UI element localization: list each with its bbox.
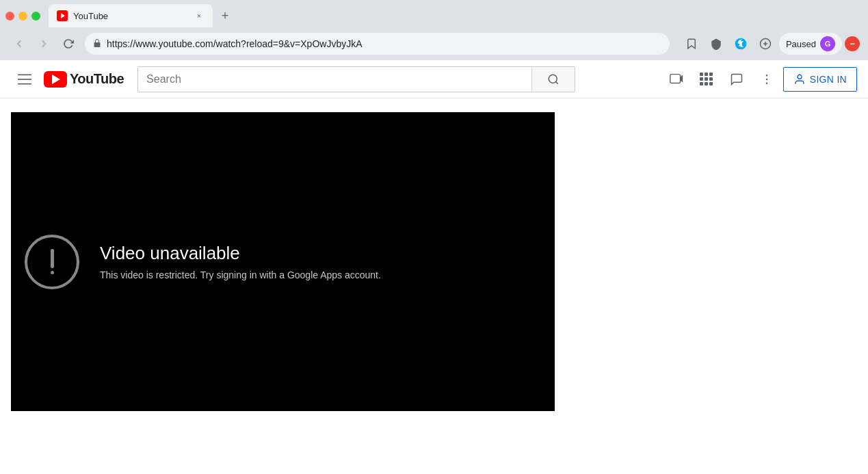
address-bar: https://www.youtube.com/watch?reload=9&v… <box>0 27 868 60</box>
svg-point-15 <box>766 78 768 80</box>
search-button[interactable] <box>531 66 575 92</box>
window-close-button[interactable] <box>5 12 14 21</box>
paused-avatar: G <box>820 36 835 51</box>
svg-rect-12 <box>670 74 681 83</box>
error-subtitle: This video is restricted. Try signing in… <box>100 269 381 280</box>
window-minimize-button[interactable] <box>18 12 27 21</box>
svg-rect-9 <box>18 83 31 84</box>
url-text: https://www.youtube.com/watch?reload=9&v… <box>107 38 661 49</box>
sign-in-label: SIGN IN <box>810 74 847 85</box>
grid-icon <box>700 73 713 85</box>
svg-point-10 <box>549 75 557 83</box>
apps-button[interactable] <box>693 66 720 93</box>
tab-title: YouTube <box>73 11 188 21</box>
youtube-header: YouTube <box>0 60 868 98</box>
active-tab[interactable]: YouTube × <box>49 4 213 27</box>
browser-menu-button[interactable]: − <box>845 36 860 51</box>
tab-bar: YouTube × + <box>0 0 868 27</box>
exclamation-dot <box>51 271 54 274</box>
person-icon <box>793 73 806 85</box>
svg-rect-8 <box>18 79 31 80</box>
window-controls <box>5 12 40 21</box>
more-options-button[interactable] <box>753 66 780 93</box>
upload-video-button[interactable] <box>663 66 690 93</box>
svg-point-16 <box>766 82 768 84</box>
svg-point-17 <box>798 75 802 79</box>
paused-label: Paused <box>786 39 816 49</box>
video-container: Video unavailable This video is restrict… <box>11 112 555 411</box>
header-right: SIGN IN <box>663 66 857 93</box>
svg-line-11 <box>556 81 558 83</box>
extension-fox-button[interactable] <box>730 33 752 55</box>
reload-button[interactable] <box>57 33 79 55</box>
error-icon <box>25 235 79 289</box>
browser-chrome: YouTube × + <box>0 0 868 60</box>
error-text: Video unavailable This video is restrict… <box>100 243 381 280</box>
forward-button[interactable] <box>33 33 55 55</box>
error-title: Video unavailable <box>100 243 381 264</box>
youtube-logo[interactable]: YouTube <box>44 71 124 88</box>
svg-rect-7 <box>18 74 31 75</box>
extension-extra-button[interactable] <box>754 33 776 55</box>
exclamation-bar <box>51 249 54 268</box>
new-tab-button[interactable]: + <box>215 6 235 25</box>
search-input[interactable] <box>137 66 531 92</box>
back-button[interactable] <box>8 33 30 55</box>
extension-shield-button[interactable] <box>705 33 727 55</box>
svg-point-14 <box>766 74 768 76</box>
sign-in-button[interactable]: SIGN IN <box>783 67 857 92</box>
youtube-app: YouTube <box>0 60 868 474</box>
youtube-logo-text: YouTube <box>70 71 124 87</box>
youtube-play-triangle <box>52 75 60 84</box>
svg-rect-2 <box>94 42 101 47</box>
bookmark-button[interactable] <box>681 33 702 55</box>
youtube-menu-button[interactable] <box>11 66 38 93</box>
youtube-main: Video unavailable This video is restrict… <box>0 98 868 474</box>
tab-close-button[interactable]: × <box>194 10 205 21</box>
url-bar[interactable]: https://www.youtube.com/watch?reload=9&v… <box>85 33 670 55</box>
paused-button[interactable]: Paused G <box>779 33 842 55</box>
window-maximize-button[interactable] <box>31 12 40 21</box>
notifications-button[interactable] <box>723 66 750 93</box>
search-container <box>137 66 575 92</box>
toolbar-right: Paused G − <box>681 33 860 55</box>
youtube-logo-icon <box>44 71 67 88</box>
tab-favicon <box>57 10 68 21</box>
exclamation-mark <box>51 249 54 274</box>
lock-icon <box>93 38 101 50</box>
